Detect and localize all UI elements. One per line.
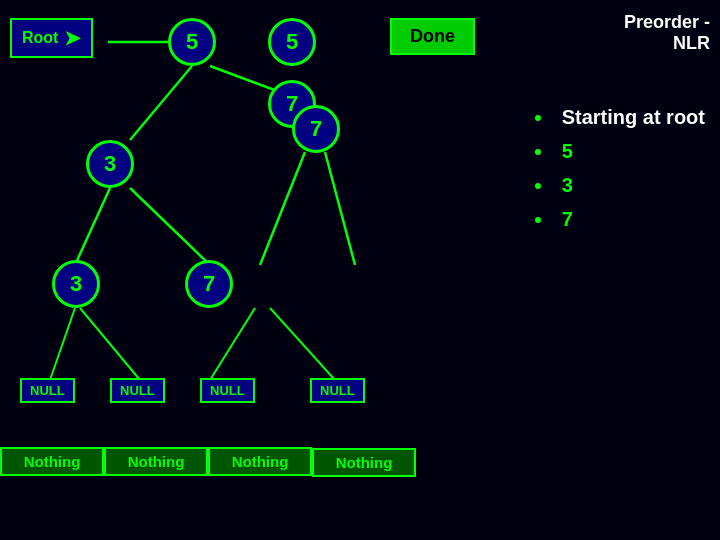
svg-line-4 (130, 188, 210, 265)
nothing-box-1: Nothing (0, 447, 104, 476)
null-box-3: NULL (200, 378, 255, 403)
svg-line-1 (130, 66, 192, 140)
nothing-box-3: Nothing (208, 447, 312, 476)
root-label-box: Root ➤ (10, 18, 93, 58)
nothing-box-2: Nothing (104, 447, 208, 476)
svg-line-5 (260, 152, 305, 265)
svg-line-7 (50, 308, 75, 380)
node-lr-7: 7 (185, 260, 233, 308)
svg-line-8 (80, 308, 140, 380)
svg-line-9 (210, 308, 255, 380)
node-root: 5 (168, 18, 216, 66)
node-left-3: 3 (86, 140, 134, 188)
root-arrow-icon: ➤ (64, 26, 81, 50)
null-box-2: NULL (110, 378, 165, 403)
root-label: Root (22, 29, 58, 47)
list-item-2: 3 (562, 174, 573, 196)
null-box-4: NULL (310, 378, 365, 403)
scene: Root ➤ 5 5 Done Preorder - NLR 7 3 7 3 7… (0, 0, 720, 540)
node-top-right: 5 (268, 18, 316, 66)
nothing-box-4: Nothing (312, 448, 416, 477)
svg-line-3 (75, 188, 110, 265)
svg-line-6 (325, 152, 355, 265)
svg-line-10 (270, 308, 335, 380)
null-box-1: NULL (20, 378, 75, 403)
node-right-7: 7 (292, 105, 340, 153)
list-item-1: 5 (562, 140, 573, 162)
done-box: Done (390, 18, 475, 55)
info-list: Starting at root 5 3 7 (535, 100, 705, 236)
list-item-3: 7 (562, 208, 573, 230)
preorder-title: Preorder - NLR (624, 12, 710, 54)
node-ll-3: 3 (52, 260, 100, 308)
list-header: Starting at root (562, 106, 705, 128)
